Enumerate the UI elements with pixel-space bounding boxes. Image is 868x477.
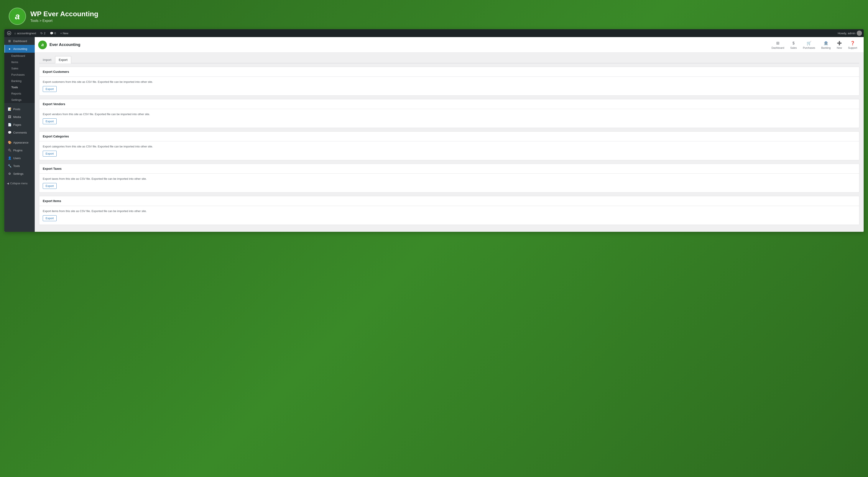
- page-title-block: WP Ever Accounting Tools > Export: [30, 10, 98, 23]
- submenu-tools[interactable]: Tools: [4, 84, 35, 91]
- submenu-reports[interactable]: Reports: [4, 91, 35, 97]
- accounting-submenu: Dashboard Items Sales Purchases Banking …: [4, 53, 35, 103]
- header-logo: a: [9, 8, 26, 25]
- comments-icon: 💬: [50, 32, 53, 35]
- sidebar-item-settings[interactable]: ⚙ Settings: [4, 170, 35, 178]
- submenu-dashboard[interactable]: Dashboard: [4, 53, 35, 59]
- tab-import[interactable]: Import: [39, 56, 55, 63]
- plugin-nav-support[interactable]: ❓ Support: [845, 39, 860, 51]
- nav-purchases-icon: 🛒: [807, 41, 811, 45]
- nav-sales-icon: $: [793, 41, 795, 45]
- export-customers-desc: Export customers from this site as CSV f…: [43, 80, 856, 83]
- export-vendors-header: Export Vendors: [39, 99, 859, 109]
- export-vendors-section: Export Vendors Export vendors from this …: [39, 99, 859, 128]
- export-customers-body: Export customers from this site as CSV f…: [39, 77, 859, 95]
- export-categories-section: Export Categories Export categories from…: [39, 131, 859, 160]
- admin-bar-left: W ⌂ accountingnext ↻ 2 💬 0 + New: [6, 29, 838, 37]
- plugin-nav-banking[interactable]: 🏦 Banking: [818, 39, 834, 51]
- dashboard-icon: ⊞: [8, 39, 11, 43]
- breadcrumb: Tools > Export: [30, 19, 98, 23]
- sidebar: ⊞ Dashboard ● Accounting Dashboard Items…: [4, 37, 35, 232]
- sidebar-item-tools[interactable]: 🔧 Tools: [4, 162, 35, 170]
- users-icon: 👤: [8, 156, 11, 160]
- settings-icon: ⚙: [8, 172, 11, 175]
- submenu-settings[interactable]: Settings: [4, 97, 35, 103]
- main-content: a Ever Accounting ⊞ Dashboard $ Sales 🛒 …: [35, 37, 864, 232]
- submenu-banking[interactable]: Banking: [4, 78, 35, 84]
- plugin-title: Ever Accounting: [50, 42, 768, 47]
- export-vendors-button[interactable]: Export: [43, 118, 57, 124]
- tools-icon: 🔧: [8, 164, 11, 168]
- plugin-nav-items: ⊞ Dashboard $ Sales 🛒 Purchases 🏦 Bankin…: [768, 39, 860, 51]
- user-avatar: [857, 31, 862, 36]
- media-icon: 🖼: [8, 115, 11, 118]
- submenu-items[interactable]: Items: [4, 59, 35, 65]
- export-taxes-button[interactable]: Export: [43, 183, 57, 189]
- admin-bar-home[interactable]: ⌂ accountingnext: [12, 29, 38, 37]
- sidebar-item-posts[interactable]: 📝 Posts: [4, 105, 35, 113]
- export-items-button[interactable]: Export: [43, 215, 57, 221]
- nav-new-icon: ➕: [837, 41, 842, 45]
- plugins-icon: 🔌: [8, 148, 11, 152]
- posts-icon: 📝: [8, 107, 11, 111]
- sidebar-item-media[interactable]: 🖼 Media: [4, 113, 35, 121]
- appearance-icon: 🎨: [8, 141, 11, 144]
- svg-text:W: W: [8, 32, 10, 34]
- export-categories-desc: Export categories from this site as CSV …: [43, 145, 856, 148]
- updates-icon: ↻: [40, 32, 43, 35]
- sidebar-item-plugins[interactable]: 🔌 Plugins: [4, 146, 35, 154]
- export-items-body: Export items from this site as CSV file.…: [39, 206, 859, 225]
- content-area: Import Export Export Customers Export cu…: [35, 53, 864, 232]
- plugin-nav-purchases[interactable]: 🛒 Purchases: [800, 39, 818, 51]
- tabs: Import Export: [39, 56, 859, 63]
- collapse-menu[interactable]: ◀ Collapse menu: [4, 180, 35, 187]
- plugin-nav-new[interactable]: ➕ New: [834, 39, 845, 51]
- sidebar-item-pages[interactable]: 📄 Pages: [4, 121, 35, 129]
- sidebar-item-accounting[interactable]: ● Accounting: [4, 45, 35, 53]
- comments-side-icon: 💬: [8, 131, 11, 134]
- home-icon: ⌂: [14, 32, 16, 35]
- admin-bar-new[interactable]: + New: [58, 29, 70, 37]
- export-taxes-section: Export Taxes Export taxes from this site…: [39, 164, 859, 193]
- export-items-section: Export Items Export items from this site…: [39, 196, 859, 225]
- export-taxes-header: Export Taxes: [39, 164, 859, 174]
- sidebar-item-dashboard-wp[interactable]: ⊞ Dashboard: [4, 37, 35, 45]
- wp-logo-icon[interactable]: W: [6, 29, 12, 37]
- collapse-icon: ◀: [7, 182, 9, 185]
- plugin-topbar: a Ever Accounting ⊞ Dashboard $ Sales 🛒 …: [35, 37, 864, 53]
- accounting-icon: ●: [8, 47, 11, 50]
- export-categories-header: Export Categories: [39, 132, 859, 141]
- pages-icon: 📄: [8, 123, 11, 127]
- page-header: a WP Ever Accounting Tools > Export: [4, 4, 864, 29]
- export-vendors-body: Export vendors from this site as CSV fil…: [39, 109, 859, 128]
- sidebar-item-appearance[interactable]: 🎨 Appearance: [4, 139, 35, 146]
- app-title: WP Ever Accounting: [30, 10, 98, 18]
- export-vendors-desc: Export vendors from this site as CSV fil…: [43, 112, 856, 116]
- submenu-sales[interactable]: Sales: [4, 65, 35, 72]
- export-customers-button[interactable]: Export: [43, 86, 57, 92]
- plugin-nav-dashboard[interactable]: ⊞ Dashboard: [768, 39, 787, 51]
- admin-bar-updates[interactable]: ↻ 2: [38, 29, 48, 37]
- export-taxes-body: Export taxes from this site as CSV file.…: [39, 174, 859, 192]
- export-taxes-desc: Export taxes from this site as CSV file.…: [43, 177, 856, 180]
- export-customers-section: Export Customers Export customers from t…: [39, 67, 859, 96]
- wp-body: ⊞ Dashboard ● Accounting Dashboard Items…: [4, 37, 864, 232]
- tab-export[interactable]: Export: [55, 56, 71, 63]
- export-categories-button[interactable]: Export: [43, 151, 57, 157]
- nav-banking-icon: 🏦: [824, 41, 828, 45]
- nav-dashboard-icon: ⊞: [776, 41, 779, 45]
- plugin-logo: a: [38, 40, 47, 49]
- export-items-header: Export Items: [39, 196, 859, 206]
- admin-bar: W ⌂ accountingnext ↻ 2 💬 0 + New Howdy, …: [4, 29, 864, 37]
- export-items-desc: Export items from this site as CSV file.…: [43, 209, 856, 213]
- sidebar-item-users[interactable]: 👤 Users: [4, 154, 35, 162]
- plugin-nav-sales[interactable]: $ Sales: [787, 39, 800, 51]
- sidebar-item-comments[interactable]: 💬 Comments: [4, 129, 35, 136]
- admin-bar-right: Howdy, admin: [838, 31, 862, 36]
- admin-bar-comments[interactable]: 💬 0: [48, 29, 58, 37]
- export-categories-body: Export categories from this site as CSV …: [39, 141, 859, 160]
- export-customers-header: Export Customers: [39, 67, 859, 77]
- submenu-purchases[interactable]: Purchases: [4, 72, 35, 78]
- nav-support-icon: ❓: [850, 41, 855, 45]
- wp-window: W ⌂ accountingnext ↻ 2 💬 0 + New Howdy, …: [4, 29, 864, 232]
